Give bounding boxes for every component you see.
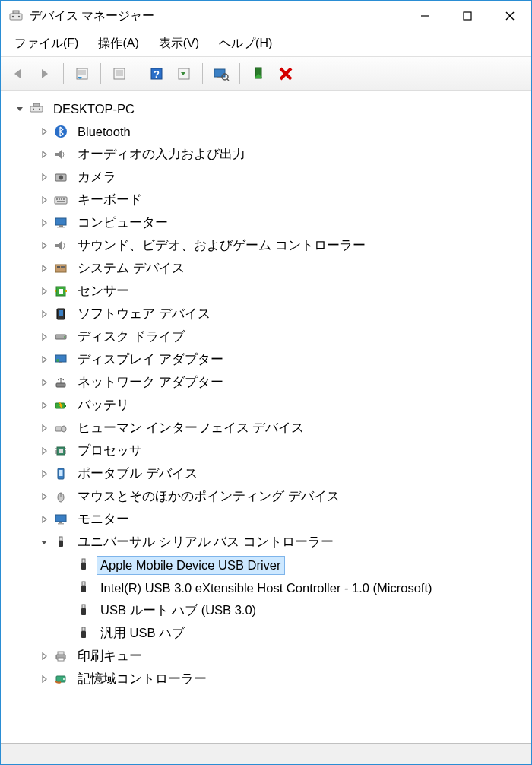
tree-root-row[interactable]: DESKTOP-PC [5, 97, 531, 120]
chevron-right-icon[interactable] [37, 262, 51, 275]
toolbar-forward-button[interactable] [33, 62, 57, 86]
toolbar-properties-button[interactable] [70, 62, 94, 86]
menu-file[interactable]: ファイル(F) [5, 33, 87, 55]
tree-category-row[interactable]: オーディオの入力および出力 [5, 143, 531, 166]
chevron-right-icon[interactable] [37, 421, 51, 435]
category-label[interactable]: ディスプレイ アダプター [74, 349, 227, 370]
svg-marker-114 [43, 653, 46, 659]
svg-marker-51 [43, 220, 46, 226]
tree-device-row[interactable]: Intel(R) USB 3.0 eXtensible Host Control… [5, 576, 531, 599]
tree-category-row[interactable]: ポータブル デバイス [5, 462, 531, 485]
device-label[interactable]: USB ルート ハブ (USB 3.0) [97, 600, 260, 621]
toolbar-scan-button[interactable] [209, 62, 233, 86]
chevron-right-icon[interactable] [37, 444, 51, 458]
tree-category-row[interactable]: マウスとそのほかのポインティング デバイス [5, 485, 531, 508]
tree-category-row[interactable]: サウンド、ビデオ、およびゲーム コントローラー [5, 234, 531, 257]
category-label[interactable]: プロセッサ [74, 440, 146, 462]
menu-action[interactable]: 操作(A) [89, 33, 147, 55]
category-label[interactable]: キーボード [74, 189, 146, 211]
svg-rect-116 [58, 652, 64, 655]
tree-category-row[interactable]: ヒューマン インターフェイス デバイス [5, 417, 531, 440]
chevron-down-icon[interactable] [13, 102, 27, 116]
toolbar-separator [202, 63, 203, 84]
chevron-right-icon[interactable] [37, 672, 51, 686]
tree-category-row[interactable]: キーボード [5, 189, 531, 211]
chevron-right-icon[interactable] [37, 649, 51, 663]
chevron-right-icon[interactable] [37, 307, 51, 321]
chevron-right-icon[interactable] [37, 376, 51, 389]
category-label[interactable]: 記憶域コントローラー [74, 668, 211, 690]
tree-device-row[interactable]: USB ルート ハブ (USB 3.0) [5, 599, 531, 622]
category-label[interactable]: マウスとそのほかのポインティング デバイス [74, 486, 344, 507]
chevron-right-icon[interactable] [37, 216, 51, 230]
tree-category-row[interactable]: ディスプレイ アダプター [5, 348, 531, 371]
chevron-right-icon[interactable] [37, 125, 51, 138]
tree-category-row[interactable]: 記憶域コントローラー [5, 668, 531, 690]
tree-device-row[interactable]: 汎用 USB ハブ [5, 622, 531, 645]
chevron-down-icon[interactable] [37, 535, 51, 549]
tree-category-row[interactable]: ソフトウェア デバイス [5, 303, 531, 325]
tree-category-row[interactable]: システム デバイス [5, 257, 531, 280]
toolbar-add-hardware-button[interactable] [246, 62, 271, 86]
tree-category-row[interactable]: コンピューター [5, 211, 531, 234]
chevron-right-icon[interactable] [37, 353, 51, 367]
tree-category-row[interactable]: ディスク ドライブ [5, 325, 531, 348]
tree-category-row[interactable]: カメラ [5, 166, 531, 189]
chevron-right-icon[interactable] [37, 490, 51, 503]
chevron-right-icon[interactable] [37, 284, 51, 298]
chevron-right-icon[interactable] [37, 513, 51, 526]
tree-category-row[interactable]: Bluetooth [5, 120, 531, 143]
chevron-right-icon[interactable] [37, 239, 51, 252]
category-label[interactable]: モニター [74, 509, 133, 530]
svg-rect-101 [59, 522, 62, 523]
tree-category-row[interactable]: センサー [5, 280, 531, 303]
category-label[interactable]: ポータブル デバイス [74, 463, 201, 484]
chevron-right-icon[interactable] [37, 467, 51, 481]
category-label[interactable]: バッテリ [74, 395, 133, 416]
category-label[interactable]: Bluetooth [74, 122, 135, 141]
category-label[interactable]: ネットワーク アダプター [74, 372, 227, 393]
tree-device-row[interactable]: Apple Mobile Device USB Driver [5, 554, 531, 576]
chevron-right-icon[interactable] [37, 148, 51, 161]
category-label[interactable]: サウンド、ビデオ、およびゲーム コントローラー [74, 235, 369, 256]
category-label[interactable]: 印刷キュー [74, 646, 146, 667]
close-button[interactable] [489, 1, 531, 31]
chevron-right-icon[interactable] [37, 193, 51, 207]
device-label[interactable]: Intel(R) USB 3.0 eXtensible Host Control… [97, 579, 436, 598]
device-tree[interactable]: DESKTOP-PC Bluetoothオーディオの入力および出力カメラキーボー… [1, 90, 531, 743]
menu-view[interactable]: 表示(V) [150, 33, 208, 55]
tree-category-row[interactable]: プロセッサ [5, 440, 531, 462]
menu-help[interactable]: ヘルプ(H) [210, 33, 281, 55]
category-label[interactable]: システム デバイス [74, 258, 188, 279]
usb-category-label[interactable]: ユニバーサル シリアル バス コントローラー [74, 532, 337, 553]
device-label[interactable]: Apple Mobile Device USB Driver [97, 556, 285, 575]
category-label[interactable]: ソフトウェア デバイス [74, 303, 214, 325]
category-label[interactable]: オーディオの入力および出力 [74, 144, 249, 165]
tree-category-usb[interactable]: ユニバーサル シリアル バス コントローラー [5, 531, 531, 554]
toolbar-show-hidden-button[interactable] [172, 62, 196, 86]
category-label[interactable]: カメラ [74, 167, 120, 188]
tree-category-row[interactable]: バッテリ [5, 394, 531, 417]
category-label[interactable]: ヒューマン インターフェイス デバイス [74, 417, 308, 439]
toolbar-help-button[interactable]: ? [144, 62, 169, 86]
chevron-right-icon[interactable] [37, 170, 51, 184]
toolbar-back-button[interactable] [5, 62, 30, 86]
monitor-icon [52, 511, 69, 528]
tree-category-row[interactable]: モニター [5, 508, 531, 531]
svg-rect-109 [81, 586, 86, 592]
device-label[interactable]: 汎用 USB ハブ [97, 623, 188, 644]
root-label[interactable]: DESKTOP-PC [49, 100, 138, 119]
chevron-right-icon[interactable] [37, 330, 51, 344]
minimize-button[interactable] [404, 1, 446, 31]
svg-line-27 [227, 79, 229, 81]
category-label[interactable]: コンピューター [74, 212, 172, 233]
maximize-button[interactable] [446, 1, 489, 31]
tree-category-row[interactable]: 印刷キュー [5, 645, 531, 668]
category-label[interactable]: ディスク ドライブ [74, 326, 188, 348]
chevron-right-icon[interactable] [37, 398, 51, 412]
toolbar-properties2-button[interactable] [107, 62, 131, 86]
category-label[interactable]: センサー [74, 281, 133, 302]
svg-rect-74 [59, 362, 62, 363]
tree-category-row[interactable]: ネットワーク アダプター [5, 371, 531, 394]
toolbar-remove-button[interactable] [274, 62, 298, 86]
